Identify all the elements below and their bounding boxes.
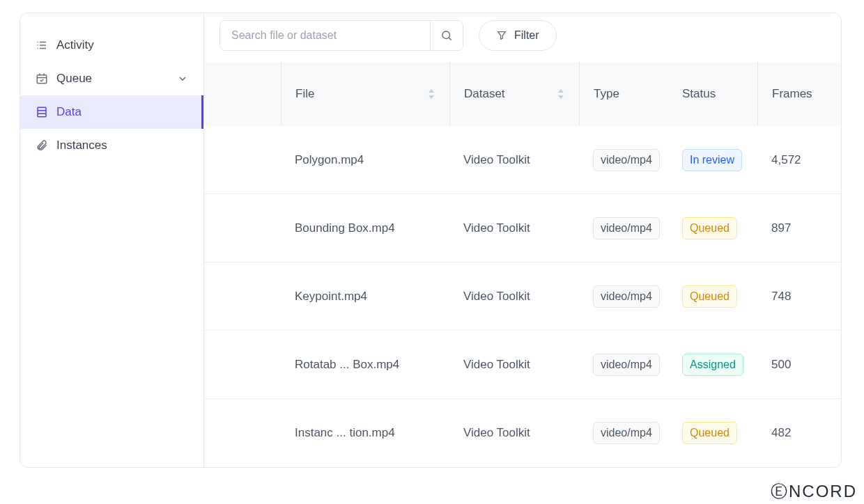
filter-icon	[496, 30, 507, 41]
sidebar-item-label: Instances	[56, 139, 188, 152]
status-badge: Queued	[682, 422, 737, 444]
cell-status: Queued	[668, 422, 757, 444]
search-input[interactable]	[220, 21, 431, 50]
col-label: Dataset	[464, 87, 505, 101]
type-tag: video/mp4	[593, 285, 660, 308]
col-frames[interactable]: Frames	[757, 62, 827, 126]
col-label: File	[295, 87, 314, 101]
calendar-check-icon	[36, 72, 52, 86]
type-tag: video/mp4	[593, 217, 660, 239]
chevron-down-icon	[177, 73, 188, 84]
sidebar-item-label: Queue	[56, 72, 177, 86]
status-badge: Queued	[682, 217, 737, 239]
type-tag: video/mp4	[593, 149, 660, 171]
status-badge: Queued	[682, 285, 737, 308]
cell-type: video/mp4	[579, 217, 668, 239]
main-panel: Filter File Dataset Type Status	[204, 13, 841, 467]
sidebar: Activity Queue Data Instances	[20, 13, 204, 467]
type-tag: video/mp4	[593, 354, 660, 376]
cell-file: Bounding Box.mp4	[281, 221, 449, 235]
svg-rect-10	[38, 107, 46, 117]
sidebar-item-activity[interactable]: Activity	[20, 29, 203, 62]
status-badge: Assigned	[682, 354, 743, 376]
svg-line-14	[449, 38, 452, 40]
svg-marker-17	[558, 89, 564, 93]
list-icon	[36, 38, 52, 52]
cell-file: Polygon.mp4	[281, 153, 449, 167]
brand-logo: ⒺNCORD	[771, 480, 857, 503]
cell-status: Assigned	[668, 354, 757, 376]
filter-label: Filter	[514, 29, 539, 42]
svg-rect-6	[37, 75, 47, 84]
sort-icon	[557, 88, 565, 100]
cell-frames: 500	[757, 358, 827, 372]
cell-dataset: Video Toolkit	[449, 426, 579, 440]
table-row[interactable]: Instanc ... tion.mp4Video Toolkitvideo/m…	[204, 399, 841, 467]
cell-dataset: Video Toolkit	[449, 358, 579, 372]
svg-marker-15	[429, 89, 434, 93]
sort-icon	[427, 88, 435, 100]
cell-type: video/mp4	[579, 285, 668, 308]
cell-dataset: Video Toolkit	[449, 221, 579, 235]
cell-frames: 748	[757, 290, 827, 304]
table-header: File Dataset Type Status Frames	[204, 62, 841, 126]
table-row[interactable]: Rotatab ... Box.mp4Video Toolkitvideo/mp…	[204, 331, 841, 399]
col-type[interactable]: Type	[579, 62, 668, 126]
cell-file: Instanc ... tion.mp4	[281, 426, 449, 440]
col-label: Frames	[772, 87, 812, 101]
svg-marker-18	[558, 95, 564, 99]
table-row[interactable]: Polygon.mp4Video Toolkitvideo/mp4In revi…	[204, 126, 841, 194]
toolbar: Filter	[204, 13, 841, 62]
table-row[interactable]: Keypoint.mp4Video Toolkitvideo/mp4Queued…	[204, 262, 841, 331]
cell-dataset: Video Toolkit	[449, 153, 579, 167]
cell-status: Queued	[668, 285, 757, 308]
cell-type: video/mp4	[579, 422, 668, 444]
col-status[interactable]: Status	[668, 62, 757, 126]
status-badge: In review	[682, 149, 742, 171]
attachment-icon	[36, 139, 52, 152]
col-label: Type	[594, 87, 619, 101]
app-frame: Activity Queue Data Instances	[20, 13, 842, 468]
svg-point-13	[442, 31, 450, 39]
cell-frames: 4,572	[757, 153, 827, 167]
table-row[interactable]: Bounding Box.mp4Video Toolkitvideo/mp4Qu…	[204, 194, 841, 262]
filter-button[interactable]: Filter	[479, 20, 557, 51]
sidebar-item-instances[interactable]: Instances	[20, 129, 203, 162]
cell-status: In review	[668, 149, 757, 171]
col-file[interactable]: File	[281, 62, 449, 126]
svg-marker-16	[429, 95, 434, 99]
sidebar-item-label: Activity	[56, 38, 188, 52]
cell-file: Rotatab ... Box.mp4	[281, 358, 449, 372]
cell-status: Queued	[668, 217, 757, 239]
sidebar-item-data[interactable]: Data	[20, 95, 203, 129]
search-button[interactable]	[431, 21, 463, 50]
table-body: Polygon.mp4Video Toolkitvideo/mp4In revi…	[204, 126, 841, 467]
sidebar-item-label: Data	[56, 105, 188, 119]
cell-frames: 897	[757, 221, 827, 235]
sidebar-item-queue[interactable]: Queue	[20, 62, 203, 95]
cell-dataset: Video Toolkit	[449, 290, 579, 304]
cell-frames: 482	[757, 426, 827, 440]
col-label: Status	[682, 87, 716, 101]
type-tag: video/mp4	[593, 422, 660, 444]
search-wrap	[219, 20, 463, 51]
search-icon	[440, 29, 453, 42]
cell-type: video/mp4	[579, 149, 668, 171]
cell-file: Keypoint.mp4	[281, 290, 449, 304]
col-dataset[interactable]: Dataset	[449, 62, 579, 126]
cell-type: video/mp4	[579, 354, 668, 376]
data-icon	[36, 105, 52, 119]
